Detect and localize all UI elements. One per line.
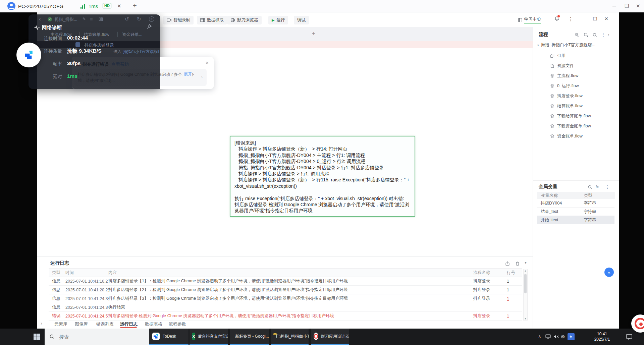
log-time: 2025-07-01 10:41:24.301 xyxy=(65,296,108,301)
active-tab-underline xyxy=(120,327,137,328)
new-session-plus-icon[interactable]: + xyxy=(133,2,137,9)
sidebar-item-download-fund-bill[interactable]: 下载资金账单.flow xyxy=(550,123,615,129)
log-line-link[interactable]: 1 xyxy=(507,296,522,301)
todesk-floating-ball[interactable] xyxy=(16,43,41,67)
panel-expand-icon[interactable]: › xyxy=(41,320,42,326)
flow-collapse-icon[interactable]: › xyxy=(608,32,609,37)
taskbar-item-chrome[interactable]: 新标签页 - Googl... xyxy=(230,329,269,345)
session-name: PC-20220705YOFG xyxy=(18,3,63,9)
window-minimize-button[interactable]: ─ xyxy=(612,3,616,8)
log-line-link[interactable]: 1 xyxy=(507,279,522,284)
app-close-button[interactable]: ✕ xyxy=(604,16,608,21)
sidebar-item-download-settle-bill[interactable]: 下载结算账单.flow xyxy=(550,113,615,119)
col-flow: 流程名称 xyxy=(473,270,507,276)
item-label: 资源文件 xyxy=(557,63,574,69)
tab-element-library[interactable]: 元素库 xyxy=(54,321,67,327)
yingdao-icon xyxy=(314,333,318,340)
log-clear-trash-icon[interactable] xyxy=(515,261,520,266)
log-row[interactable]: 信息 2025-07-01 10:41:24.301 抖店多店铺登录【3】：检测… xyxy=(49,294,522,303)
yingdao-browser-button[interactable]: 影刀浏览器 xyxy=(227,16,262,24)
notification-center-icon[interactable] xyxy=(626,334,633,340)
var-row-selected[interactable]: 开始_text 字符串 xyxy=(537,216,614,224)
log-row[interactable]: 信息 2025-07-01 10:41:16.219 抖店多店铺登录【1】：检测… xyxy=(49,277,522,286)
log-line-link[interactable]: 1 xyxy=(507,288,522,292)
app-more-menu-icon[interactable]: ⋮ xyxy=(568,16,573,22)
table-icon xyxy=(200,18,205,22)
flow-search-icon[interactable] xyxy=(592,33,597,38)
hd-badge[interactable]: HD xyxy=(103,3,111,8)
tab-data-table[interactable]: 数据表格 xyxy=(145,321,162,327)
var-name: 抖店DY004 xyxy=(537,200,584,206)
sidebar-item-settle-bill[interactable]: 结算账单.flow xyxy=(550,103,615,109)
app-minimize-button[interactable]: ─ xyxy=(582,16,585,21)
app-maximize-button[interactable]: ❐ xyxy=(593,16,597,21)
add-flow-icon[interactable] xyxy=(574,33,579,38)
taskbar-search-input[interactable] xyxy=(45,329,150,345)
scroll-thumb[interactable] xyxy=(524,274,527,293)
sidebar-item-0-run[interactable]: 0_运行.flow xyxy=(550,83,615,89)
taskbar-item-todesk[interactable]: ToDesk xyxy=(149,329,189,345)
net-label: 延时 xyxy=(40,74,62,80)
taskbar-item-label: F:\拇指_拇指白小T... xyxy=(276,334,309,339)
sidebar-item-main-flow[interactable]: 主流程.flow xyxy=(550,73,615,79)
taskbar-item-yingdao[interactable]: 影刀应用设计器 (P... xyxy=(311,329,349,345)
log-row-error[interactable]: 错误 2025-07-01 10:41:24.513 抖店多店铺登录:检测到 G… xyxy=(49,312,522,321)
notifications-bell-icon[interactable] xyxy=(554,16,559,21)
toast-chevron-icon[interactable]: › xyxy=(201,74,203,80)
session-close-icon[interactable]: ✕ xyxy=(117,3,121,8)
start-button[interactable] xyxy=(34,334,40,340)
log-collapse-icon[interactable]: ▾ xyxy=(525,260,527,265)
data-scrape-button[interactable]: 数据抓取 xyxy=(197,16,227,24)
add-group-icon[interactable] xyxy=(584,33,589,38)
scroll-up-icon[interactable]: ▲ xyxy=(524,270,527,272)
log-export-icon[interactable] xyxy=(505,261,510,266)
add-variable-fx-icon[interactable]: fx xyxy=(596,184,599,189)
taskbar-item-label: ToDesk xyxy=(163,334,176,339)
log-row[interactable]: 信息 2025-07-01 10:41:24.355 执行结束 xyxy=(49,303,522,312)
pin-icon[interactable] xyxy=(147,24,152,29)
new-tab-plus-icon[interactable]: + xyxy=(312,30,315,37)
ime-indicator[interactable]: 五 xyxy=(568,333,575,340)
tray-monitor-icon[interactable] xyxy=(545,334,551,339)
debug-button[interactable]: 调试 xyxy=(294,16,309,24)
sidebar-item-resources[interactable]: 资源文件 xyxy=(550,63,615,69)
taskbar-item-folder[interactable]: F:\拇指_拇指白小T... xyxy=(271,329,309,345)
log-panel-divider xyxy=(37,256,533,257)
toast-close-icon[interactable]: ✕ xyxy=(205,60,209,65)
tab-error-list[interactable]: 错误列表 xyxy=(96,321,114,327)
tab-flow-params[interactable]: 流程参数 xyxy=(169,321,186,327)
collapse-fab[interactable]: « xyxy=(604,268,614,277)
net-label: 帧率 xyxy=(40,61,62,67)
flow-tree-root[interactable]: ▾ 拇指_拇指白小T官方旗舰店... xyxy=(537,42,595,48)
network-panel-title: 网络诊断 xyxy=(42,24,62,31)
vars-more-icon[interactable]: ⋮ xyxy=(605,184,610,189)
log-scrollbar[interactable]: ▲ ▼ xyxy=(523,269,528,321)
run-button[interactable]: ▶ 运行 xyxy=(268,16,288,24)
session-avatar xyxy=(7,2,15,10)
var-row[interactable]: 结束_text 字符串 xyxy=(537,208,614,216)
learn-center-button[interactable]: 学习中心 xyxy=(518,16,541,23)
sidebar-item-douyin-login[interactable]: 抖店登录.flow xyxy=(550,93,615,99)
log-row[interactable]: 信息 2025-07-01 10:41:20.258 抖店多店铺登录【2】：检测… xyxy=(49,286,522,294)
error-source-box[interactable]: [错误来源] 抖店操作 > 抖店多店铺登录（新） > 行14: 打开网页 拇指_… xyxy=(230,136,415,217)
tab-image-library[interactable]: 图像库 xyxy=(75,321,88,327)
taskbar-item-excel[interactable]: X 后台抖音支付宝店... xyxy=(190,329,228,345)
flow-more-icon[interactable]: ⋮ xyxy=(601,32,606,37)
net-value: 30fps xyxy=(67,60,81,66)
toast-expand-link[interactable]: 展开 xyxy=(182,71,192,77)
log-content: 抖店多店铺登录【2】：检测到 Google Chrome 浏览器启动了多个用户环… xyxy=(108,287,473,293)
window-maximize-button[interactable]: ❐ xyxy=(625,3,629,8)
vars-panel-title: 全局变量 xyxy=(539,184,557,190)
log-content: 抖店多店铺登录【1】：检测到 Google Chrome 浏览器启动了多个用户环… xyxy=(108,278,473,284)
tray-circle-x-icon[interactable]: ⊗ xyxy=(561,334,565,340)
smart-record-button[interactable]: 智能录制 xyxy=(163,16,194,24)
sidebar-item-reference[interactable]: 引用 xyxy=(550,53,615,59)
taskbar-clock[interactable]: 10:41 2025/7/1 xyxy=(587,331,617,342)
window-close-button[interactable]: ✕ xyxy=(636,3,640,8)
tray-expand-icon[interactable]: ∧ xyxy=(538,334,541,339)
sidebar-item-fund-bill[interactable]: 资金账单.flow xyxy=(550,133,615,139)
tray-volume-muted-icon[interactable] xyxy=(553,334,559,339)
vars-search-icon[interactable] xyxy=(588,185,592,189)
var-row[interactable]: 抖店DY004 字符串 xyxy=(537,199,614,208)
tab-run-log-active[interactable]: 运行日志 xyxy=(120,321,138,327)
